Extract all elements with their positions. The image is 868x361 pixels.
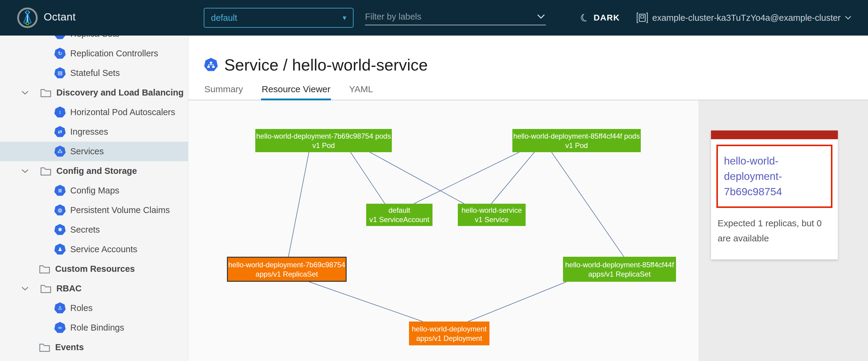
detail-panel: hello-world-deployment-7b69c98754 Expect… [698,100,868,361]
tab-yaml[interactable]: YAML [348,84,373,100]
chevron-down-icon[interactable] [22,91,29,95]
octant-logo-icon [17,7,38,28]
sidebar-item-stateful-sets[interactable]: ▤ Stateful Sets [0,63,188,83]
ingresses-icon: ⇄ [54,126,66,138]
page-title-text: Service / hello-world-service [224,56,428,74]
replication-controllers-icon: ↻ [54,47,66,60]
cluster-icon [637,12,648,24]
status-card-error-bar [711,130,838,139]
pvc-icon: ◍ [54,204,66,216]
graph-node-pods-7b69c98754[interactable]: hello-world-deployment-7b69c98754 pods v… [255,129,392,152]
content-header: Service / hello-world-service Summary Re… [188,36,868,100]
status-card: hello-world-deployment-7b69c98754 Expect… [711,130,838,259]
chevron-down-icon[interactable] [537,14,545,19]
sidebar-section-discovery-load-balancing[interactable]: Discovery and Load Balancing [0,83,188,102]
folder-icon [39,264,50,274]
folder-icon [40,284,52,294]
sidebar-item-ingresses[interactable]: ⇄ Ingresses [0,122,188,142]
octant-app: Octant default ▾ ☾ DARK example-cluster-… [0,0,868,361]
chevron-down-icon[interactable] [22,169,29,173]
app-header: Octant default ▾ ☾ DARK example-cluster-… [0,0,868,36]
theme-toggle[interactable]: ☾ DARK [580,0,620,36]
folder-icon [40,166,52,176]
sidebar-item-replica-sets[interactable]: ❐ Replica Sets [0,36,188,44]
tab-resource-viewer[interactable]: Resource Viewer [261,84,331,100]
sidebar-item-events[interactable]: Events [0,337,188,357]
caret-down-icon: ▾ [343,13,346,22]
sidebar-nav: ❐ Replica Sets ↻ Replication Controllers… [0,36,188,361]
namespace-selector[interactable]: default ▾ [204,8,353,28]
graph-node-replicaset-7b69c98754[interactable]: hello-world-deployment-7b69c98754 apps/v… [227,257,347,282]
replica-sets-icon: ❐ [54,36,66,40]
status-card-body: hello-world-deployment-7b69c98754 Expect… [711,139,838,259]
sidebar-item-persistent-volume-claims[interactable]: ◍ Persistent Volume Claims [0,200,188,220]
service-accounts-icon: ♟ [54,243,66,256]
cluster-name: example-cluster-ka3TuTzYo4a@example-clus… [652,13,841,23]
filter-input[interactable] [365,9,528,24]
role-bindings-icon: ∞ [54,322,66,334]
page-title: Service / hello-world-service [204,56,428,74]
sidebar-item-config-maps[interactable]: ≣ Config Maps [0,181,188,200]
labels-filter [365,9,546,25]
sidebar-item-role-bindings[interactable]: ∞ Role Bindings [0,318,188,337]
cluster-selector[interactable]: example-cluster-ka3TuTzYo4a@example-clus… [637,0,851,36]
sidebar-item-service-accounts[interactable]: ♟ Service Accounts [0,239,188,259]
services-icon: ⁂ [54,145,66,158]
service-resource-icon [204,58,218,72]
config-maps-icon: ≣ [54,185,66,197]
graph-node-service[interactable]: hello-world-service v1 Service [458,204,526,226]
app-title: Octant [44,11,76,23]
stateful-sets-icon: ▤ [54,67,66,79]
graph-node-serviceaccount[interactable]: default v1 ServiceAccount [366,204,433,226]
tab-summary[interactable]: Summary [204,84,244,100]
sidebar-item-replication-controllers[interactable]: ↻ Replication Controllers [0,44,188,63]
sidebar-list: ❐ Replica Sets ↻ Replication Controllers… [0,36,188,357]
tab-bar: Summary Resource Viewer YAML [204,84,374,100]
sidebar-item-roles[interactable]: ♙ Roles [0,298,188,318]
roles-icon: ♙ [54,302,66,314]
sidebar-item-services[interactable]: ⁂ Services [0,142,188,161]
resource-link[interactable]: hello-world-deployment-7b69c98754 [724,155,782,197]
folder-icon [40,88,52,98]
sidebar-item-secrets[interactable]: ✱ Secrets [0,220,188,239]
graph-node-replicaset-85ff4cf44f[interactable]: hello-world-deployment-85ff4cf44f apps/v… [563,257,676,282]
namespace-value: default [211,13,237,23]
replica-status-message: Expected 1 replicas, but 0 are available [718,216,832,245]
sidebar-section-rbac[interactable]: RBAC [0,279,188,298]
sidebar-section-config-and-storage[interactable]: Config and Storage [0,161,188,181]
sidebar-item-custom-resources[interactable]: Custom Resources [0,259,188,279]
resource-viewer-graph: hello-world-deployment-7b69c98754 pods v… [188,100,698,361]
sidebar-item-horizontal-pod-autoscalers[interactable]: ↕ Horizontal Pod Autoscalers [0,102,188,122]
theme-label: DARK [593,13,620,23]
octant-compass-icon [21,10,34,25]
secrets-icon: ✱ [54,224,66,236]
graph-node-pods-85ff4cf44f[interactable]: hello-world-deployment-85ff4cf44f pods v… [513,129,641,152]
chevron-down-icon[interactable] [22,287,29,291]
error-highlight-box: hello-world-deployment-7b69c98754 [716,145,832,208]
chevron-down-icon [845,16,851,20]
hpa-icon: ↕ [54,106,66,119]
graph-node-deployment[interactable]: hello-world-deployment apps/v1 Deploymen… [409,322,490,345]
moon-icon: ☾ [579,10,591,25]
folder-icon [39,342,50,353]
